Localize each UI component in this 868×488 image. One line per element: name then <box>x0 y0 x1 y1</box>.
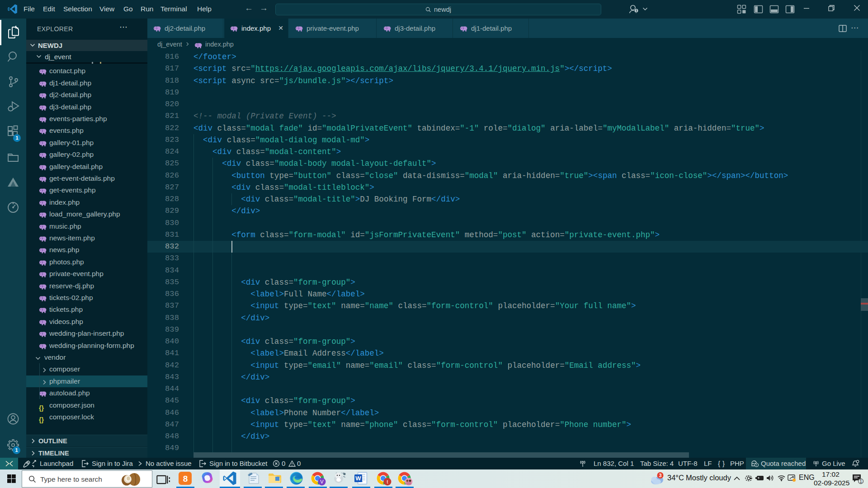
svg-text:W: W <box>355 475 361 482</box>
svg-text:V: V <box>320 479 324 484</box>
svg-text:1: 1 <box>859 479 862 484</box>
svg-text:8: 8 <box>183 474 188 483</box>
svg-text:t: t <box>387 479 388 484</box>
svg-text:3: 3 <box>659 473 661 478</box>
